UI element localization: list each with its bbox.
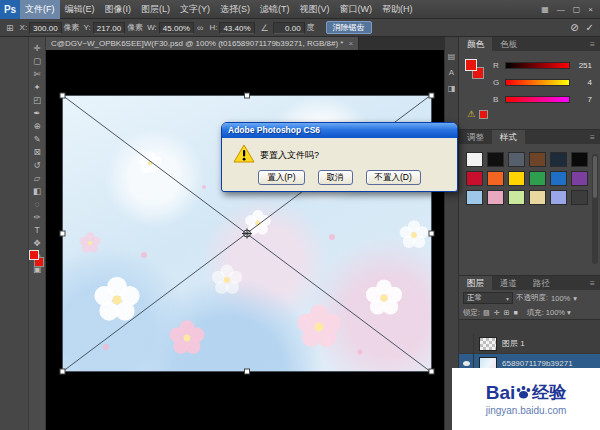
style-swatch[interactable] (550, 171, 567, 186)
layer-thumbnail[interactable] (479, 337, 497, 351)
lock-transparency-icon[interactable]: ▨ (482, 309, 491, 317)
lock-all-icon[interactable]: ■ (512, 309, 518, 316)
blur-tool-icon[interactable]: ◌ (29, 198, 45, 211)
pen-tool-icon[interactable]: ✑ (29, 211, 45, 224)
lasso-tool-icon[interactable]: ✄ (29, 68, 45, 81)
h-input[interactable]: 43.40% (219, 22, 254, 34)
dialog-title[interactable]: Adobe Photoshop CS6 (222, 123, 457, 138)
panel-menu-icon[interactable]: ≡ (585, 37, 600, 51)
blue-slider[interactable] (505, 96, 570, 103)
close-button[interactable]: × (584, 5, 597, 14)
marquee-tool-icon[interactable]: ▢ (29, 55, 45, 68)
menu-edit[interactable]: 编辑(E) (60, 0, 100, 19)
menu-file[interactable]: 文件(F) (20, 0, 60, 19)
blue-value[interactable]: 7 (574, 95, 592, 104)
cancel-transform-icon[interactable]: ⊘ (570, 22, 578, 33)
antialias-button[interactable]: 消除锯齿 (326, 21, 372, 34)
style-swatch[interactable] (466, 171, 483, 186)
angle-input[interactable]: 0.00 (273, 22, 305, 34)
style-swatch[interactable] (529, 171, 546, 186)
dont-place-button[interactable]: 不置入(D) (366, 170, 421, 185)
menu-window[interactable]: 窗口(W) (335, 0, 378, 19)
collapsed-panel-icon[interactable]: ▤ (445, 49, 458, 65)
tab-adjustments[interactable]: 调整 (459, 130, 492, 144)
tab-color[interactable]: 颜色 (459, 37, 492, 51)
cancel-button[interactable]: 取消 (318, 170, 353, 185)
gamut-warning-icon[interactable]: ⚠ (467, 109, 475, 119)
menu-image[interactable]: 图像(I) (100, 0, 137, 19)
layer-name[interactable]: 6589071179b39271 (502, 359, 573, 368)
gradient-tool-icon[interactable]: ◧ (29, 185, 45, 198)
gamut-color-swatch[interactable] (479, 110, 488, 119)
menu-layer[interactable]: 图层(L) (136, 0, 175, 19)
chevron-down-icon[interactable]: ▾ (573, 294, 577, 303)
green-slider[interactable] (505, 79, 570, 86)
style-swatch[interactable] (466, 152, 483, 167)
style-swatch[interactable] (487, 152, 504, 167)
style-swatch[interactable] (508, 152, 525, 167)
hand-tool-icon[interactable]: ✥ (29, 237, 45, 250)
panel-menu-icon[interactable]: ≡ (585, 130, 600, 144)
style-swatch[interactable] (529, 152, 546, 167)
photoshop-logo[interactable]: Ps (0, 0, 20, 19)
style-swatch[interactable] (571, 152, 588, 167)
document-close-icon[interactable]: × (348, 39, 353, 48)
crop-tool-icon[interactable]: ◰ (29, 94, 45, 107)
style-swatch[interactable] (571, 190, 588, 205)
foreground-color-swatch[interactable] (465, 59, 477, 71)
document-tab[interactable]: C@DGV~W_OPBK6SEE]W(F30.psd @ 100% (t0165… (46, 37, 359, 50)
link-dimensions-icon[interactable]: ∞ (195, 23, 205, 33)
lock-position-icon[interactable]: ⊞ (503, 309, 511, 317)
document-canvas[interactable] (46, 50, 444, 430)
style-swatch[interactable] (508, 171, 525, 186)
clone-stamp-tool-icon[interactable]: ⊠ (29, 146, 45, 159)
eraser-tool-icon[interactable]: ▱ (29, 172, 45, 185)
red-value[interactable]: 251 (574, 61, 592, 70)
history-brush-tool-icon[interactable]: ↺ (29, 159, 45, 172)
red-slider[interactable] (505, 62, 570, 69)
quick-selection-tool-icon[interactable]: ✦ (29, 81, 45, 94)
style-swatch[interactable] (550, 190, 567, 205)
layer-row[interactable]: 图层 1 (459, 334, 600, 354)
style-swatch[interactable] (550, 152, 567, 167)
tab-styles[interactable]: 样式 (492, 130, 525, 144)
opacity-value[interactable]: 100% (551, 294, 570, 303)
fill-value[interactable]: 100% (546, 308, 565, 317)
menu-filter[interactable]: 滤镜(T) (255, 0, 295, 19)
move-tool-icon[interactable]: ✛ (29, 42, 45, 55)
type-tool-icon[interactable]: T (29, 224, 45, 237)
scrollbar[interactable] (592, 154, 598, 264)
panel-menu-icon[interactable]: ≡ (585, 276, 600, 290)
workspace-icon[interactable]: ▦ (537, 5, 553, 14)
reference-point-icon[interactable]: ⊞ (4, 23, 16, 33)
foreground-color-swatch[interactable] (29, 250, 39, 260)
w-input[interactable]: 45.00% (159, 22, 194, 34)
lock-pixels-icon[interactable]: ✛ (493, 309, 501, 317)
menu-select[interactable]: 选择(S) (215, 0, 255, 19)
tab-channels[interactable]: 通道 (492, 276, 525, 290)
chevron-down-icon[interactable]: ▾ (567, 308, 571, 317)
minimize-button[interactable]: — (553, 5, 569, 14)
tab-paths[interactable]: 路径 (525, 276, 558, 290)
menu-view[interactable]: 视图(V) (295, 0, 335, 19)
scrollbar-thumb[interactable] (593, 156, 597, 198)
y-input[interactable]: 217.00 (93, 22, 125, 34)
restore-button[interactable]: ▢ (569, 5, 585, 14)
collapsed-panel-icon[interactable]: ◨ (445, 81, 458, 97)
menu-type[interactable]: 文字(Y) (175, 0, 215, 19)
style-swatch[interactable] (529, 190, 546, 205)
style-swatch[interactable] (466, 190, 483, 205)
green-value[interactable]: 4 (574, 78, 592, 87)
character-panel-icon[interactable]: A (445, 65, 458, 81)
visibility-toggle[interactable] (459, 334, 474, 353)
style-swatch[interactable] (487, 190, 504, 205)
healing-brush-tool-icon[interactable]: ⊕ (29, 120, 45, 133)
place-button[interactable]: 置入(P) (258, 170, 304, 185)
commit-transform-icon[interactable]: ✓ (586, 22, 594, 33)
style-swatch[interactable] (508, 190, 525, 205)
eyedropper-tool-icon[interactable]: ✒ (29, 107, 45, 120)
style-swatch[interactable] (571, 171, 588, 186)
tab-layers[interactable]: 图层 (459, 276, 492, 290)
blend-mode-select[interactable]: 正常 ▾ (463, 292, 513, 304)
layer-name[interactable]: 图层 1 (502, 338, 525, 349)
